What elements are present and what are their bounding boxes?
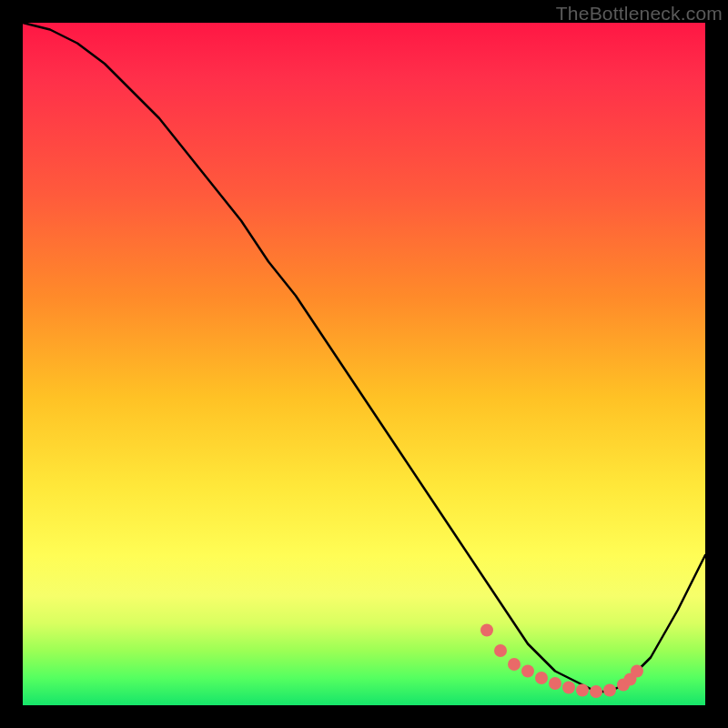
svg-point-8 xyxy=(590,685,602,698)
svg-point-6 xyxy=(562,682,575,694)
chart-svg xyxy=(23,23,705,705)
svg-point-12 xyxy=(631,665,643,678)
svg-point-7 xyxy=(576,684,589,697)
svg-point-4 xyxy=(535,672,548,684)
svg-point-2 xyxy=(508,658,521,671)
svg-point-9 xyxy=(603,684,616,697)
curve-line xyxy=(23,23,705,692)
plot-area xyxy=(23,23,705,705)
svg-point-0 xyxy=(480,624,493,637)
watermark-text: TheBottleneck.com xyxy=(556,3,723,25)
chart-frame: TheBottleneck.com xyxy=(0,0,728,728)
highlight-dots xyxy=(480,624,643,699)
svg-point-5 xyxy=(549,677,561,690)
svg-point-3 xyxy=(521,665,534,678)
svg-point-1 xyxy=(494,644,507,657)
